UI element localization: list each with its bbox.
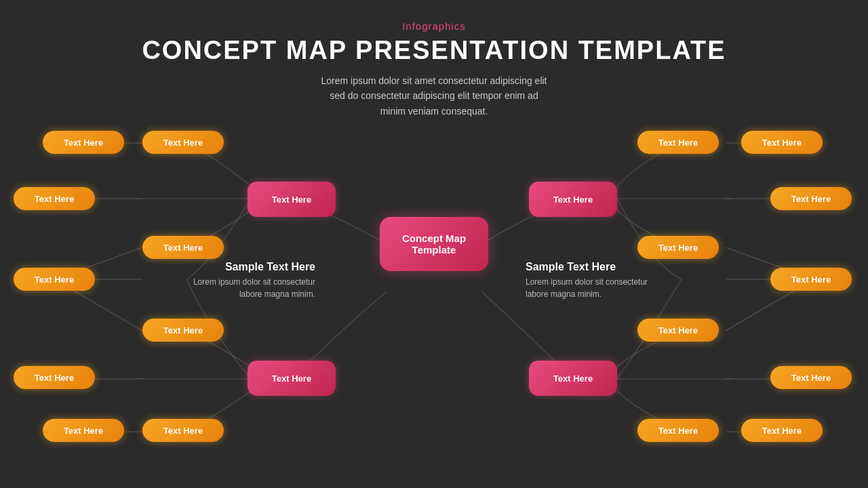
node-right-mid-bot-orange[interactable]: Text Here <box>637 319 719 342</box>
concept-map: Concept MapTemplate Sample Text Here Lor… <box>0 0 868 488</box>
node-far-right-mid-orange[interactable]: Text Here <box>770 366 852 389</box>
left-sample-text: Sample Text Here Lorem ipsum dolor sit c… <box>190 261 315 300</box>
node-far-right-bot-orange[interactable]: Text Here <box>741 419 823 442</box>
right-sample-heading: Sample Text Here <box>526 261 651 273</box>
node-bottom-left-red[interactable]: Text Here <box>248 361 336 396</box>
node-right-top-orange[interactable]: Text Here <box>637 131 719 154</box>
node-left-mid-bot-orange[interactable]: Text Here <box>142 319 224 342</box>
node-bottom-right-red[interactable]: Text Here <box>529 361 617 396</box>
node-far-left-bot-orange[interactable]: Text Here <box>43 419 124 442</box>
node-right-mid-top-orange[interactable]: Text Here <box>637 236 719 259</box>
node-far-right-top-orange[interactable]: Text Here <box>741 131 823 154</box>
node-far-left-mid-top-orange[interactable]: Text Here <box>14 187 95 210</box>
right-sample-body: Lorem ipsum dolor sit consecteturlabore … <box>526 276 651 300</box>
node-right-bot-orange[interactable]: Text Here <box>637 419 719 442</box>
node-far-right-mid-bot-orange[interactable]: Text Here <box>770 268 852 291</box>
node-far-left-mid-bot-orange[interactable]: Text Here <box>14 268 95 291</box>
node-far-left-top-orange[interactable]: Text Here <box>43 131 124 154</box>
left-sample-heading: Sample Text Here <box>190 261 315 273</box>
node-left-top-orange[interactable]: Text Here <box>142 131 224 154</box>
right-sample-text: Sample Text Here Lorem ipsum dolor sit c… <box>526 261 651 300</box>
center-node: Concept MapTemplate <box>380 217 488 271</box>
node-top-left-red[interactable]: Text Here <box>248 182 336 217</box>
node-left-bot-orange[interactable]: Text Here <box>142 419 224 442</box>
left-sample-body: Lorem ipsum dolor sit consecteturlabore … <box>190 276 315 300</box>
node-left-mid-top-orange[interactable]: Text Here <box>142 236 224 259</box>
node-top-right-red[interactable]: Text Here <box>529 182 617 217</box>
center-node-text: Concept MapTemplate <box>402 232 466 256</box>
node-far-right-mid-top-orange[interactable]: Text Here <box>770 187 852 210</box>
node-far-left-mid-orange[interactable]: Text Here <box>14 366 95 389</box>
